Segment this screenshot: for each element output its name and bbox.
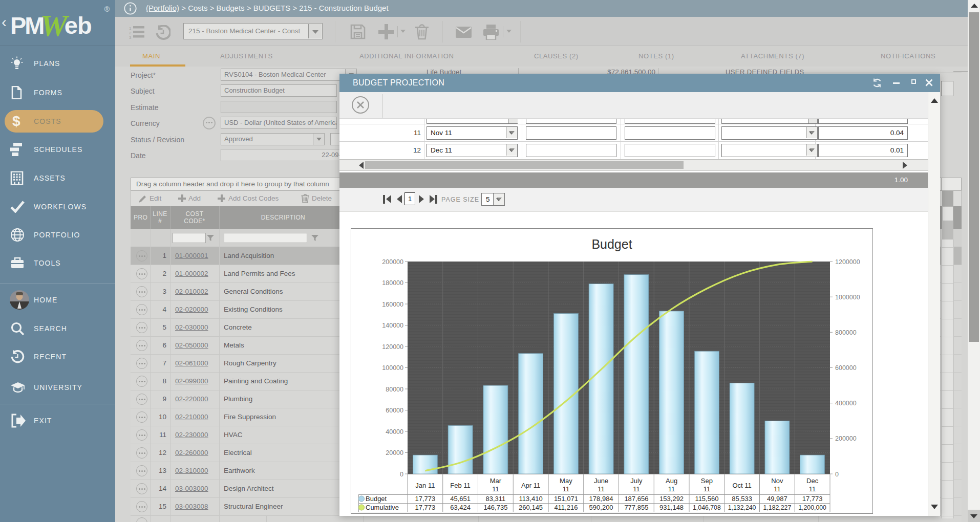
svg-text:Cumulative: Cumulative <box>366 504 399 511</box>
svg-text:777,855: 777,855 <box>624 504 648 511</box>
svg-text:May: May <box>560 477 572 485</box>
svg-text:600000: 600000 <box>835 364 857 372</box>
svg-text:Budget: Budget <box>591 237 632 251</box>
svg-text:Nov: Nov <box>771 477 783 485</box>
svg-text:80000: 80000 <box>386 386 403 393</box>
svg-text:Mar: Mar <box>490 477 502 485</box>
svg-text:400000: 400000 <box>835 400 857 407</box>
svg-text:11: 11 <box>704 485 711 493</box>
svg-text:June: June <box>594 477 608 485</box>
svg-text:260,145: 260,145 <box>519 504 543 511</box>
svg-text:0: 0 <box>835 471 839 478</box>
svg-text:180000: 180000 <box>382 279 403 287</box>
svg-text:100000: 100000 <box>382 364 403 372</box>
svg-text:17,773: 17,773 <box>415 504 436 511</box>
svg-text:187,656: 187,656 <box>624 495 648 503</box>
svg-text:200000: 200000 <box>835 435 857 442</box>
svg-text:83,311: 83,311 <box>486 495 506 503</box>
svg-text:411,216: 411,216 <box>554 504 578 511</box>
svg-text:113,410: 113,410 <box>519 495 543 503</box>
svg-text:Budget: Budget <box>366 495 387 503</box>
svg-text:40000: 40000 <box>386 428 403 436</box>
svg-text:1,200,000: 1,200,000 <box>798 504 826 511</box>
svg-text:2: 2 <box>129 31 132 35</box>
svg-text:Dec: Dec <box>806 477 819 485</box>
svg-text:931,148: 931,148 <box>659 504 684 511</box>
svg-text:146,735: 146,735 <box>483 504 507 511</box>
svg-text:140000: 140000 <box>382 322 403 329</box>
svg-text:Feb 11: Feb 11 <box>450 482 471 489</box>
svg-text:45,651: 45,651 <box>450 495 471 503</box>
svg-text:0: 0 <box>400 471 403 478</box>
svg-text:11: 11 <box>668 485 675 493</box>
svg-text:1,132,240: 1,132,240 <box>728 504 756 511</box>
svg-text:11: 11 <box>563 485 570 493</box>
svg-text:1,046,708: 1,046,708 <box>693 504 721 511</box>
svg-text:120000: 120000 <box>382 343 403 351</box>
svg-text:17,773: 17,773 <box>415 495 436 503</box>
svg-text:178,984: 178,984 <box>589 495 613 503</box>
svg-text:60000: 60000 <box>386 407 403 414</box>
svg-text:11: 11 <box>633 485 640 493</box>
svg-text:Sep: Sep <box>701 477 713 485</box>
svg-text:1000000: 1000000 <box>835 294 860 301</box>
svg-text:Aug: Aug <box>666 477 677 485</box>
svg-text:July: July <box>630 477 643 485</box>
svg-text:11: 11 <box>598 485 605 493</box>
svg-text:Jan 11: Jan 11 <box>415 482 435 489</box>
svg-text:151,071: 151,071 <box>554 495 578 503</box>
svg-text:800000: 800000 <box>835 329 857 336</box>
svg-text:115,560: 115,560 <box>695 495 718 503</box>
svg-text:Apr 11: Apr 11 <box>521 482 540 489</box>
svg-text:11: 11 <box>809 485 816 493</box>
svg-text:153,292: 153,292 <box>659 495 684 503</box>
svg-text:11: 11 <box>774 485 781 493</box>
svg-text:590,200: 590,200 <box>589 504 613 511</box>
svg-text:200000: 200000 <box>382 258 403 266</box>
svg-text:63,424: 63,424 <box>450 504 471 511</box>
svg-text:49,987: 49,987 <box>767 495 787 503</box>
svg-text:160000: 160000 <box>382 301 403 308</box>
svg-text:11: 11 <box>492 485 499 493</box>
svg-text:20000: 20000 <box>386 449 403 456</box>
svg-text:85,533: 85,533 <box>732 495 752 503</box>
svg-text:Oct 11: Oct 11 <box>732 482 751 489</box>
svg-text:1200000: 1200000 <box>835 258 860 266</box>
svg-text:17,773: 17,773 <box>802 495 823 503</box>
svg-text:1,182,227: 1,182,227 <box>763 504 792 511</box>
svg-text:1: 1 <box>129 26 132 31</box>
svg-text:3: 3 <box>129 35 132 39</box>
